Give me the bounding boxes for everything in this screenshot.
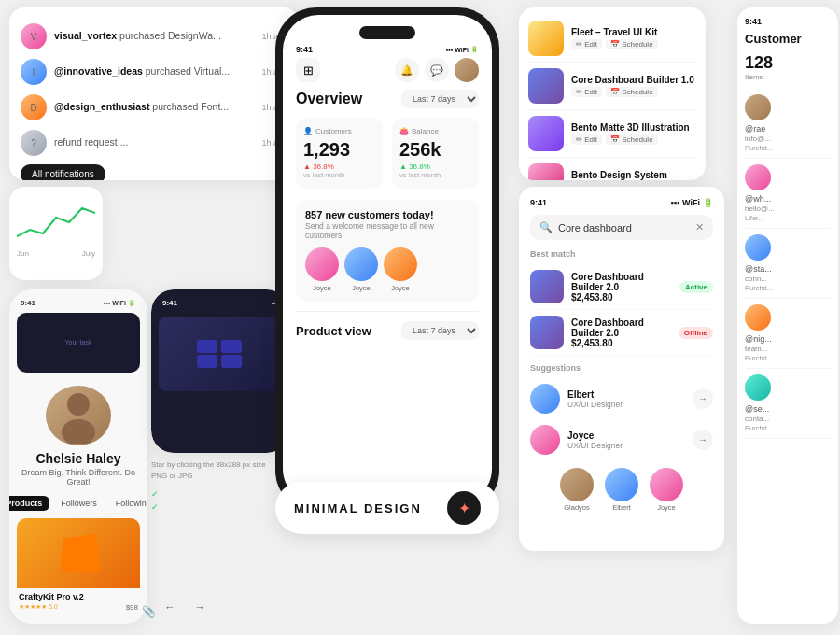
result-price: $2,453.80 (571, 338, 671, 348)
customers-sub: vs last month (303, 171, 375, 179)
customer-item: @se... conta... Purchd... (745, 369, 831, 439)
battery-icon: 🔋 (703, 198, 713, 207)
result-name: Core Dashboard Builder 2.0 (571, 272, 672, 292)
product-view-title: Product view (296, 324, 371, 338)
edit-tag[interactable]: ✏ Edit (571, 39, 602, 49)
bell-icon-btn[interactable]: 🔔 (395, 58, 419, 82)
search-bar[interactable]: 🔍 Core dashboard ✕ (530, 215, 713, 240)
tab-products[interactable]: Products (9, 496, 49, 511)
status-badge-offline: Offline (679, 327, 713, 339)
figma-icon: ✦ (458, 500, 470, 517)
all-notifications-button[interactable]: All notifications (21, 164, 105, 180)
avatar-elbert (605, 468, 638, 501)
result-name: Core Dashboard Builder 2.0 (571, 318, 671, 338)
search-query[interactable]: Core dashboard (558, 222, 690, 233)
schedule-tag[interactable]: 📅 Schedule (606, 134, 658, 145)
product-name: Fleet – Travel UI Kit (571, 27, 696, 37)
avatar: D (21, 94, 47, 120)
customer-tag: Purchd... (745, 424, 831, 432)
avatar-gladyos (560, 468, 594, 501)
avatar-name: Joyce (352, 284, 371, 292)
product-thumb-travel (528, 21, 564, 56)
edit-tag[interactable]: ✏ Edit (571, 87, 602, 97)
overview-row: Overview Last 7 days (296, 90, 479, 108)
svg-point-1 (62, 419, 95, 444)
result-info: Core Dashboard Builder 2.0 $2,453.80 (571, 272, 672, 303)
notif-text: visual_vortex purchased DesignWa... (54, 30, 254, 43)
tab-followers[interactable]: Followers (53, 496, 105, 511)
product-tag: UI Design Kit (19, 612, 138, 614)
back-arrow[interactable]: ← (159, 596, 181, 618)
product-list-item: Bento Matte 3D Illustration ✏ Edit 📅 Sch… (528, 110, 696, 158)
check-row-2: ✓ (151, 501, 273, 514)
profile-name: Chelsie Haley (35, 451, 120, 466)
tab-following[interactable]: Following (108, 496, 147, 511)
notif-text: @innovative_ideas purchased Virtual... (54, 65, 254, 78)
product-price: $98 (126, 603, 138, 612)
upload-text: Star by clicking the 38x288 px size PNG … (151, 459, 273, 482)
balance-sub: vs last month (399, 171, 471, 179)
search-time: 9:41 (530, 198, 547, 207)
schedule-tag[interactable]: 📅 Schedule (606, 39, 658, 49)
customer-count-label: Items (745, 73, 831, 81)
edit-tag[interactable]: ✏ Edit (571, 134, 602, 145)
preview-label: Your task (65, 339, 92, 346)
search-clear-button[interactable]: ✕ (695, 221, 704, 233)
avatar-name-elbert: Elbert (612, 503, 631, 512)
product-thumb-dash (528, 68, 564, 104)
avatar-name-gladyos: Gladyos (564, 503, 590, 512)
status-badge-active: Active (679, 281, 713, 293)
profile-tabs: Products Followers Following (9, 496, 147, 511)
notif-user: @design_enthusiast (54, 101, 149, 112)
balance-value: 256k (399, 139, 471, 161)
avatar-item: Joyce (305, 247, 339, 292)
time-dark: 9:41 (162, 299, 177, 307)
phone-notch (359, 26, 415, 39)
forward-arrow[interactable]: → (189, 596, 211, 618)
product-list-item: Bento Design System 📅 Dec 15, 2044 at 5:… (528, 158, 696, 180)
bottom-avatar-elbert: Elbert (605, 468, 638, 512)
period-selector[interactable]: Last 7 days (401, 90, 479, 108)
suggest-name: Joyce (567, 430, 685, 441)
customer-count-row: 128 Items (745, 53, 831, 81)
schedule-tag[interactable]: 📅 Schedule (606, 87, 658, 97)
notif-action: purchased DesignWa... (119, 30, 221, 41)
customer-handle: @wh... (745, 194, 831, 204)
chat-icon-btn[interactable]: 💬 (425, 58, 449, 82)
dark-preview-box (159, 317, 282, 391)
search-result-item: Core Dashboard Builder 2.0 $2,453.80 Off… (530, 310, 713, 356)
dark-phone-card: 9:41 ▪▪▪ (151, 289, 289, 453)
figma-button[interactable]: ✦ (447, 491, 481, 525)
svg-rect-3 (221, 340, 242, 353)
suggest-arrow-btn[interactable]: → (693, 430, 713, 450)
product-name: Bento Design System (571, 170, 696, 180)
customers-value: 1,293 (303, 139, 375, 161)
check-icon-2: ✓ (151, 502, 159, 512)
customer-handle: @nig... (745, 334, 831, 344)
result-price: $2,453.80 (571, 292, 672, 303)
new-customers-box: 857 new customers today! Send a welcome … (296, 200, 479, 302)
main-phone-screen: 9:41 ▪▪▪ WiFi 🔋 ⊞ 🔔 💬 Overview Last 7 da… (283, 15, 492, 504)
customer-email: info@... (745, 134, 831, 143)
product-actions: ✏ Edit 📅 Schedule (571, 87, 696, 97)
line-chart (17, 194, 95, 246)
top-icon-bar: ⊞ 🔔 💬 (296, 58, 479, 82)
product-view-period-selector[interactable]: Last 7 days (401, 321, 479, 340)
suggest-arrow-btn[interactable]: → (693, 388, 713, 409)
user-avatar[interactable] (455, 58, 479, 82)
metrics-row: 👤 Customers 1,293 ▲ 36.8% vs last month … (296, 118, 479, 189)
attach-icon[interactable]: 📎 (142, 605, 156, 618)
time-display: 9:41 (21, 299, 35, 307)
svg-point-0 (67, 393, 90, 416)
avatar-joyce (650, 468, 683, 501)
wifi-icon: WiFi (455, 47, 469, 53)
notif-item: I @innovative_ideas purchased Virtual...… (21, 54, 287, 90)
grid-icon-btn[interactable]: ⊞ (296, 58, 320, 82)
products-list-card: Fleet – Travel UI Kit ✏ Edit 📅 Schedule … (519, 7, 706, 180)
profile-phone-card: 9:41 ▪▪▪ WiFi 🔋 Your task Chelsie Haley … (9, 289, 147, 624)
balance-change: ▲ 36.8% (399, 162, 471, 171)
status-icons: ▪▪▪ WiFi 🔋 (104, 300, 136, 307)
notif-item: D @design_enthusiast purchased Font... 1… (21, 90, 287, 125)
status-bar: 9:41 ▪▪▪ WiFi 🔋 (17, 299, 140, 313)
battery-icon: 🔋 (128, 300, 136, 307)
